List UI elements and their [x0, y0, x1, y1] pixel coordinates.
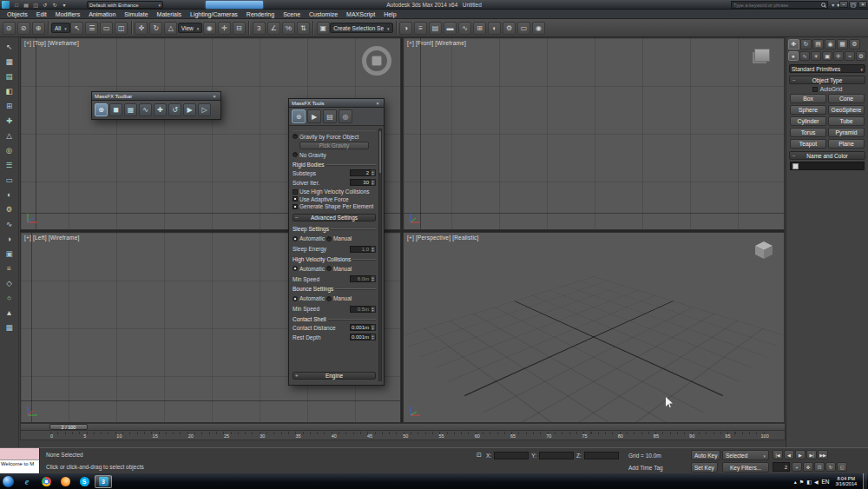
infocenter-icon[interactable]: ▾ [832, 2, 834, 8]
primitive-button[interactable]: Cylinder [790, 116, 826, 126]
massfx-tab-icon[interactable]: ▶ [307, 109, 321, 123]
quick-access-icon[interactable]: ▾ [60, 1, 69, 9]
bounce-min-speed-spinner[interactable]: 0.5m [350, 306, 376, 313]
auto-key-button[interactable]: Auto Key [691, 450, 720, 460]
object-color-swatch[interactable] [792, 163, 799, 169]
viewport-label[interactable]: [+] [Left] [Wireframe] [24, 235, 79, 241]
massfx-toolbar-icon[interactable]: ◼ [109, 103, 122, 116]
time-slider-track[interactable]: 2 / 100 [20, 423, 786, 431]
autogrid-checkbox-row[interactable]: AutoGrid [786, 86, 868, 92]
window-control-icon[interactable]: – [839, 1, 848, 8]
show-desktop-button[interactable] [863, 473, 867, 489]
menu-item[interactable]: Edit [32, 11, 51, 17]
toolbar-icon[interactable]: ◐ [488, 22, 501, 35]
gravity-by-force-radio-row[interactable]: Gravity by Force Object [293, 134, 376, 140]
viewcube-face[interactable] [372, 56, 382, 66]
window-control-icon[interactable]: ▢ [849, 1, 858, 8]
menu-item[interactable]: Modifiers [51, 11, 84, 17]
radio-icon[interactable] [293, 236, 298, 241]
toolbar-icon[interactable]: ◉ [532, 22, 545, 35]
toolbar-icon[interactable]: ⊕ [32, 22, 45, 35]
menu-item[interactable]: Customize [305, 11, 342, 17]
spinner-arrows-icon[interactable] [371, 324, 376, 331]
name-and-color-rollout[interactable]: − Name and Color [789, 151, 865, 160]
create-subcategory-icon[interactable]: ☀ [811, 51, 821, 61]
massfx-tab-icon[interactable]: ▤ [323, 109, 337, 123]
checkbox-row[interactable]: Use Adaptive Force [293, 196, 376, 202]
menu-item[interactable]: Help [379, 11, 400, 17]
left-toolbar-icon[interactable]: ▲ [3, 307, 15, 318]
pick-gravity-button[interactable]: Pick Gravity [299, 142, 369, 149]
toolbar-icon[interactable]: ⊞ [473, 22, 486, 35]
command-panel-tab-icon[interactable]: ⚙ [849, 39, 860, 50]
menu-item[interactable]: Lighting/Cameras [186, 11, 242, 17]
engine-rollout[interactable]: + Engine [293, 372, 376, 380]
manual-radio[interactable]: Manual [326, 266, 352, 272]
massfx-toolbar-icon[interactable]: ↺ [168, 103, 181, 116]
tray-icon[interactable]: ⚑ [799, 479, 804, 485]
z-coordinate-field[interactable] [584, 452, 619, 459]
primitive-button[interactable]: Plane [828, 139, 865, 149]
primitive-category-dropdown[interactable]: Standard Primitives [789, 64, 865, 73]
no-gravity-radio-row[interactable]: No Gravity [293, 152, 376, 158]
start-button[interactable] [3, 476, 14, 487]
radio-icon[interactable] [293, 152, 298, 157]
left-toolbar-icon[interactable]: ▭ [3, 174, 15, 185]
key-filters-button[interactable]: Key Filters... [722, 462, 769, 472]
snap-toggle-icon[interactable]: 3 [253, 22, 266, 35]
toolbar-icon[interactable]: ⊙ [3, 22, 16, 35]
viewport-label[interactable]: [+] [Perspective] [Realistic] [407, 235, 479, 241]
taskbar-app-button[interactable]: S [76, 475, 93, 488]
command-panel-tab-icon[interactable]: ▤ [812, 39, 824, 50]
substeps-value[interactable]: 2 [350, 169, 371, 176]
manual-radio[interactable]: Manual [326, 295, 352, 301]
menu-item[interactable]: Animation [84, 11, 120, 17]
tray-icon[interactable]: ◀ [814, 479, 819, 485]
menu-item[interactable]: MAXScript [342, 11, 379, 17]
viewcube[interactable] [754, 49, 770, 62]
key-mode-dropdown[interactable]: Selected [722, 450, 769, 460]
checkbox-icon[interactable] [293, 204, 298, 209]
taskbar-app-button[interactable]: 3 [95, 475, 112, 488]
selection-filter-dropdown[interactable]: All [51, 23, 70, 33]
spinner-arrows-icon[interactable] [371, 334, 376, 340]
playback-icon[interactable]: ▶▶ [818, 450, 828, 459]
y-coordinate-field[interactable] [539, 452, 574, 459]
named-selection-dropdown[interactable]: Create Selection Se [330, 23, 392, 33]
left-toolbar-icon[interactable]: ∿ [3, 218, 15, 229]
quick-access-icon[interactable]: ↺ [41, 1, 49, 9]
taskbar-clock[interactable]: 8:04 PM 3/16/2014 [836, 476, 857, 487]
left-toolbar-icon[interactable]: ◎ [3, 144, 15, 155]
time-slider-handle[interactable]: 2 / 100 [49, 424, 88, 430]
viewport-label[interactable]: [+] [Top] [Wireframe] [24, 40, 79, 46]
left-toolbar-icon[interactable]: ▦ [3, 56, 15, 67]
primitive-button[interactable]: Torus [790, 128, 826, 137]
toolbar-icon[interactable]: ▬ [444, 22, 457, 35]
toolbar-icon[interactable]: ⚙ [503, 22, 516, 35]
menu-item[interactable]: Rendering [242, 11, 279, 17]
viewport-nav-icon[interactable]: ◱ [837, 462, 847, 472]
radio-icon[interactable] [326, 236, 332, 241]
massfx-toolbar-icon[interactable]: ▷ [198, 103, 211, 116]
left-toolbar-icon[interactable]: ✚ [3, 115, 15, 126]
left-toolbar-icon[interactable]: ▤ [3, 70, 15, 82]
toolbar-icon[interactable]: ∿ [458, 22, 471, 35]
contact-distance-spinner[interactable]: 0.001m [350, 324, 376, 331]
primitive-button[interactable]: GeoSphere [828, 105, 865, 115]
rest-depth-spinner[interactable]: 0.001m [350, 334, 376, 340]
toolbar-icon[interactable]: ✛ [218, 22, 231, 35]
x-coordinate-field[interactable] [494, 452, 529, 459]
quick-access-icon[interactable]: ◫ [31, 1, 40, 9]
workspace-dropdown[interactable]: Default with Enhance [87, 1, 163, 9]
scrollbar[interactable] [378, 129, 382, 381]
solver-value[interactable]: 30 [350, 179, 371, 186]
taskbar-app-button[interactable] [56, 475, 74, 488]
playback-icon[interactable]: ◀ [784, 450, 794, 459]
toolbar-icon[interactable]: ↻ [149, 22, 162, 35]
spinner-arrows-icon[interactable] [371, 169, 376, 176]
viewport-nav-icon[interactable]: ✜ [803, 462, 813, 472]
tray-icon[interactable]: ◧ [806, 479, 812, 485]
automatic-radio[interactable]: Automatic [293, 295, 325, 301]
toolbar-icon[interactable]: ⊟ [233, 22, 246, 35]
toolbar-icon[interactable]: ✜ [135, 22, 148, 35]
